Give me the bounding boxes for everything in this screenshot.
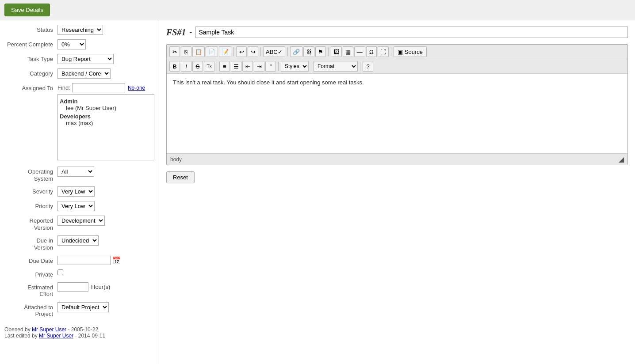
opened-by-date: - 2005-10-22 bbox=[68, 326, 98, 333]
toolbar-sep-7 bbox=[278, 62, 279, 71]
source-icon: ▣ bbox=[398, 49, 403, 55]
last-edited-date: - 2014-09-11 bbox=[75, 333, 105, 339]
estimated-effort-label: EstimatedEffort bbox=[4, 282, 57, 298]
attached-project-select[interactable]: Default Project Project A bbox=[57, 302, 109, 312]
styles-select[interactable]: Styles bbox=[281, 61, 309, 72]
strikethrough-button[interactable]: S bbox=[192, 61, 203, 72]
help-button[interactable]: ? bbox=[363, 61, 373, 72]
status-select[interactable]: Researching Open Closed In Progress bbox=[57, 25, 103, 35]
removeformat-button[interactable]: Tx bbox=[204, 61, 214, 72]
no-one-link[interactable]: No-one bbox=[128, 85, 145, 91]
bold-button[interactable]: B bbox=[169, 61, 180, 72]
priority-select[interactable]: Very Low Low Medium High Critical bbox=[57, 201, 95, 211]
due-in-version-select[interactable]: Undecided 1.0 2.0 bbox=[57, 235, 99, 246]
undo-button[interactable]: ↩ bbox=[236, 46, 247, 57]
due-date-label: Due Date bbox=[4, 256, 57, 264]
last-edited-user-link[interactable]: Mr Super User bbox=[39, 333, 73, 339]
task-type-select[interactable]: Bug Report Feature Request Task bbox=[57, 54, 114, 64]
editor-content: This isn't a real task. You should close… bbox=[173, 78, 621, 87]
paste-text-button[interactable]: 📄 bbox=[206, 46, 218, 57]
hr-button[interactable]: — bbox=[354, 46, 365, 57]
special-char-button[interactable]: Ω bbox=[366, 46, 377, 57]
toolbar-sep-5 bbox=[391, 47, 391, 56]
copy-button[interactable]: ⎘ bbox=[181, 46, 191, 57]
reset-button[interactable]: Reset bbox=[166, 171, 195, 183]
opened-by-label: Opened by bbox=[4, 326, 32, 333]
toolbar-sep-1 bbox=[233, 47, 234, 56]
reported-version-label: ReportedVersion bbox=[4, 216, 57, 231]
fullscreen-button[interactable]: ⛶ bbox=[378, 46, 389, 57]
assigned-find-input[interactable] bbox=[72, 83, 125, 92]
toolbar-sep-3 bbox=[287, 47, 288, 56]
toolbar-sep-4 bbox=[328, 47, 329, 56]
category-label: Category bbox=[4, 68, 57, 77]
editor-container: ✂ ⎘ 📋 📄 📝 ↩ ↪ ABC✓ 🔗 ⛓ ⚑ 🖼 ▦ — Ω ⛶ bbox=[166, 44, 628, 165]
attached-project-label: Attached toProject bbox=[4, 302, 57, 318]
toolbar-sep-2 bbox=[260, 47, 261, 56]
task-dash: - bbox=[189, 28, 192, 37]
percent-select[interactable]: 0% 10% 20% 30% 40% 50% 60% 70% 80% 90% 1… bbox=[57, 39, 86, 49]
severity-select[interactable]: Very Low Low Medium High Critical bbox=[57, 186, 95, 197]
task-title-input[interactable] bbox=[195, 27, 628, 38]
opened-by-user-link[interactable]: Mr Super User bbox=[32, 326, 66, 333]
calendar-icon[interactable]: 📅 bbox=[112, 256, 121, 265]
member-lee[interactable]: lee (Mr Super User) bbox=[60, 105, 152, 111]
category-select[interactable]: Backend / Core Frontend Other bbox=[57, 68, 111, 79]
left-panel: Status Researching Open Closed In Progre… bbox=[0, 20, 159, 364]
toolbar-sep-6 bbox=[217, 62, 217, 71]
os-select[interactable]: All Windows Linux Mac bbox=[57, 167, 94, 177]
reported-version-select[interactable]: Development 1.0 2.0 bbox=[57, 216, 105, 226]
footer-info: Opened by Mr Super User - 2005-10-22 Las… bbox=[0, 322, 159, 343]
resize-handle[interactable]: ◢ bbox=[619, 155, 624, 163]
save-button[interactable]: Save Details bbox=[4, 4, 50, 16]
editor-tag: body bbox=[170, 156, 182, 163]
assigned-list[interactable]: Admin lee (Mr Super User) Developers max… bbox=[57, 94, 154, 160]
severity-label: Severity bbox=[4, 186, 57, 195]
task-id: FS#1 bbox=[166, 27, 186, 38]
assigned-find-label: Find: bbox=[57, 84, 70, 91]
spellcheck-button[interactable]: ABC✓ bbox=[263, 46, 285, 57]
last-edited-label: Last edited by bbox=[4, 333, 39, 339]
indent-button[interactable]: ⇥ bbox=[254, 61, 264, 72]
outdent-button[interactable]: ⇤ bbox=[242, 61, 253, 72]
link-button[interactable]: 🔗 bbox=[290, 46, 302, 57]
toolbar-sep-9 bbox=[360, 62, 360, 71]
due-date-input[interactable] bbox=[57, 256, 111, 265]
blockquote-button[interactable]: " bbox=[265, 61, 276, 72]
unordered-list-button[interactable]: ☰ bbox=[231, 61, 241, 72]
redo-button[interactable]: ↪ bbox=[248, 46, 258, 57]
unlink-button[interactable]: ⛓ bbox=[303, 46, 314, 57]
toolbar-sep-8 bbox=[311, 62, 311, 71]
hours-label: Hour(s) bbox=[91, 284, 110, 290]
os-label: OperatingSystem bbox=[4, 167, 57, 182]
paste-word-button[interactable]: 📝 bbox=[219, 46, 231, 57]
effort-input[interactable] bbox=[57, 282, 88, 292]
anchor-button[interactable]: ⚑ bbox=[315, 46, 326, 57]
percent-label: Percent Complete bbox=[4, 39, 57, 48]
paste-button[interactable]: 📋 bbox=[192, 46, 205, 57]
right-panel: FS#1 - ✂ ⎘ 📋 📄 📝 ↩ ↪ ABC✓ 🔗 ⛓ ⚑ bbox=[159, 20, 635, 364]
private-checkbox[interactable] bbox=[57, 269, 63, 275]
cut-button[interactable]: ✂ bbox=[169, 46, 180, 57]
italic-button[interactable]: I bbox=[181, 61, 191, 72]
editor-body[interactable]: This isn't a real task. You should close… bbox=[167, 74, 627, 153]
group-admin: Admin bbox=[60, 98, 152, 105]
format-select[interactable]: Format bbox=[314, 61, 358, 72]
private-label: Private bbox=[4, 269, 57, 278]
ordered-list-button[interactable]: ≡ bbox=[219, 61, 230, 72]
status-label: Status bbox=[4, 25, 57, 33]
member-max[interactable]: max (max) bbox=[60, 120, 152, 126]
source-button[interactable]: ▣ Source bbox=[394, 46, 427, 57]
source-label: Source bbox=[405, 49, 423, 55]
task-type-label: Task Type bbox=[4, 54, 57, 62]
group-developers: Developers bbox=[60, 113, 152, 120]
image-button[interactable]: 🖼 bbox=[331, 46, 342, 57]
priority-label: Priority bbox=[4, 201, 57, 209]
assigned-label: Assigned To bbox=[4, 83, 57, 91]
due-in-version-label: Due inVersion bbox=[4, 235, 57, 251]
table-button[interactable]: ▦ bbox=[343, 46, 353, 57]
